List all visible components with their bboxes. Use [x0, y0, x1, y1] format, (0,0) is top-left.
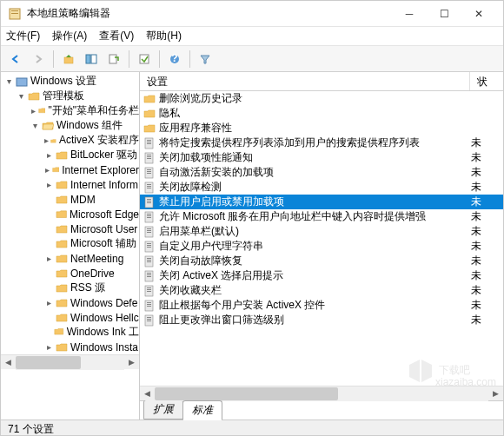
tree-admin[interactable]: ▾ 管理模板	[1, 89, 139, 103]
row-text: 关闭 ActiveX 选择启用提示	[159, 268, 468, 283]
help-button[interactable]: ?	[165, 50, 184, 69]
filter-button[interactable]	[196, 50, 215, 69]
expand-icon[interactable]: ▸	[44, 135, 49, 145]
tree-pane[interactable]: ▾ Windows 设置 ▾ 管理模板 ▸ "开始"菜单和任务栏 ▾ Windo…	[1, 72, 140, 419]
export-button[interactable]	[104, 50, 123, 69]
minimize-button[interactable]: ─	[392, 2, 427, 26]
forward-button[interactable]	[29, 50, 48, 69]
row-text: 启用菜单栏(默认)	[159, 224, 468, 239]
list-body[interactable]: 删除浏览历史记录隐私应用程序兼容性将特定搜索提供程序列表添加到用户的搜索提供程序…	[140, 91, 503, 386]
expand-icon[interactable]: ▸	[44, 180, 54, 189]
menu-action[interactable]: 操作(A)	[52, 29, 87, 43]
list-row[interactable]: 关闭故障检测未	[140, 180, 503, 195]
scroll-right-button[interactable]: ▶	[124, 355, 139, 370]
tree-item[interactable]: ▸Windows Defe	[1, 295, 139, 310]
list-row[interactable]: 关闭加载项性能通知未	[140, 150, 503, 165]
folder-icon	[56, 238, 68, 250]
list-row[interactable]: 关闭收藏夹栏未	[140, 283, 503, 298]
list-row[interactable]: 禁止用户启用或禁用加载项未	[140, 195, 503, 209]
list-row[interactable]: 将特定搜索提供程序列表添加到用户的搜索提供程序列表未	[140, 135, 503, 150]
back-button[interactable]	[6, 50, 25, 69]
expand-icon[interactable]	[44, 224, 54, 234]
expand-icon[interactable]	[44, 283, 54, 293]
tree-item[interactable]: ▸NetMeeting	[1, 251, 139, 266]
folder-icon	[56, 208, 67, 221]
tree-hscroll[interactable]: ◀ ▶	[1, 354, 139, 369]
list-row[interactable]: 隐私	[140, 106, 503, 121]
list-header: 设置 状	[140, 72, 503, 91]
properties-button[interactable]	[135, 50, 154, 69]
show-hide-tree-button[interactable]	[82, 50, 101, 69]
expand-icon[interactable]: ▸	[44, 298, 54, 307]
list-row[interactable]: 关闭 ActiveX 选择启用提示未	[140, 268, 503, 283]
tree-item[interactable]: ▸Internet Explorer	[1, 162, 139, 177]
tree-item[interactable]: ▸BitLocker 驱动	[1, 148, 139, 162]
svg-rect-61	[147, 319, 151, 320]
column-setting[interactable]: 设置	[140, 72, 470, 90]
tree-start[interactable]: ▸ "开始"菜单和任务栏	[1, 103, 139, 118]
tree-label: OneDrive	[70, 268, 115, 280]
tree-item[interactable]: Microsoft 辅助	[1, 236, 139, 251]
list-row[interactable]: 关闭自动故障恢复未	[140, 254, 503, 268]
list-row[interactable]: 启用菜单栏(默认)未	[140, 224, 503, 239]
tree-item[interactable]: Windows Hellc	[1, 310, 139, 325]
collapse-icon[interactable]: ▾	[4, 76, 14, 86]
menu-view[interactable]: 查看(V)	[99, 29, 134, 43]
list-row[interactable]: 阻止根据每个用户安装 ActiveX 控件未	[140, 298, 503, 313]
tree-item[interactable]: MDM	[1, 192, 139, 207]
tree-label: Windows Ink 工	[67, 325, 139, 340]
list-row[interactable]: 自定义用户代理字符串未	[140, 239, 503, 254]
collapse-icon[interactable]: ▾	[30, 121, 40, 130]
list-row[interactable]: 删除浏览历史记录	[140, 91, 503, 106]
menu-file[interactable]: 文件(F)	[6, 29, 40, 43]
expand-icon[interactable]: ▸	[44, 254, 54, 263]
folder-icon	[56, 253, 68, 265]
maximize-button[interactable]: ☐	[427, 2, 461, 26]
expand-icon[interactable]	[44, 195, 54, 204]
expand-icon[interactable]	[44, 313, 54, 322]
scroll-left-button[interactable]: ◀	[1, 355, 16, 370]
folder-icon	[143, 93, 156, 105]
row-text: 隐私	[159, 106, 468, 121]
tree-item[interactable]: Microsoft Edge	[1, 207, 139, 221]
collapse-icon[interactable]: ▾	[17, 91, 26, 101]
svg-rect-50	[147, 276, 151, 277]
menu-help[interactable]: 帮助(H)	[146, 29, 182, 43]
column-state[interactable]: 状	[470, 72, 503, 90]
list-row[interactable]: 自动激活新安装的加载项未	[140, 165, 503, 180]
tab-extended[interactable]: 扩展	[143, 400, 183, 419]
scroll-thumb[interactable]	[16, 356, 81, 369]
row-state: 未	[468, 313, 481, 327]
folder-icon	[56, 268, 68, 280]
svg-rect-17	[147, 156, 151, 157]
svg-rect-38	[147, 232, 151, 233]
list-row[interactable]: 阻止更改弹出窗口筛选级别未	[140, 313, 503, 327]
tree-item[interactable]: ▸ActiveX 安装程序	[1, 133, 139, 148]
list-row[interactable]: 允许 Microsoft 服务在用户向地址栏中键入内容时提供增强未	[140, 209, 503, 224]
expand-icon[interactable]: ▸	[30, 106, 36, 116]
expand-icon[interactable]	[44, 268, 54, 278]
tree-label: 管理模板	[43, 89, 84, 103]
expand-icon[interactable]: ▸	[44, 150, 54, 160]
tree-item[interactable]: Microsoft User	[1, 221, 139, 236]
tree-wincomp[interactable]: ▾ Windows 组件	[1, 118, 139, 133]
tree-item[interactable]: RSS 源	[1, 281, 139, 295]
up-button[interactable]	[59, 50, 78, 69]
tree-root[interactable]: ▾ Windows 设置	[1, 74, 139, 89]
svg-rect-60	[147, 317, 151, 318]
tree-item[interactable]: ▸Internet Inform	[1, 177, 139, 192]
scroll-left-button[interactable]: ◀	[140, 386, 155, 401]
tree-item[interactable]: Windows Ink 工	[1, 325, 139, 340]
tree-item[interactable]: ▸Windows Insta	[1, 340, 139, 354]
tree-label: Microsoft User	[70, 223, 137, 235]
scroll-thumb[interactable]	[155, 387, 338, 400]
close-button[interactable]: ✕	[461, 2, 496, 26]
expand-icon[interactable]	[44, 327, 52, 337]
expand-icon[interactable]: ▸	[44, 165, 50, 175]
tree-item[interactable]: OneDrive	[1, 266, 139, 281]
list-row[interactable]: 应用程序兼容性	[140, 121, 503, 135]
tab-standard[interactable]: 标准	[182, 400, 222, 420]
expand-icon[interactable]: ▸	[44, 342, 54, 352]
expand-icon[interactable]	[44, 209, 54, 219]
expand-icon[interactable]	[44, 239, 54, 248]
